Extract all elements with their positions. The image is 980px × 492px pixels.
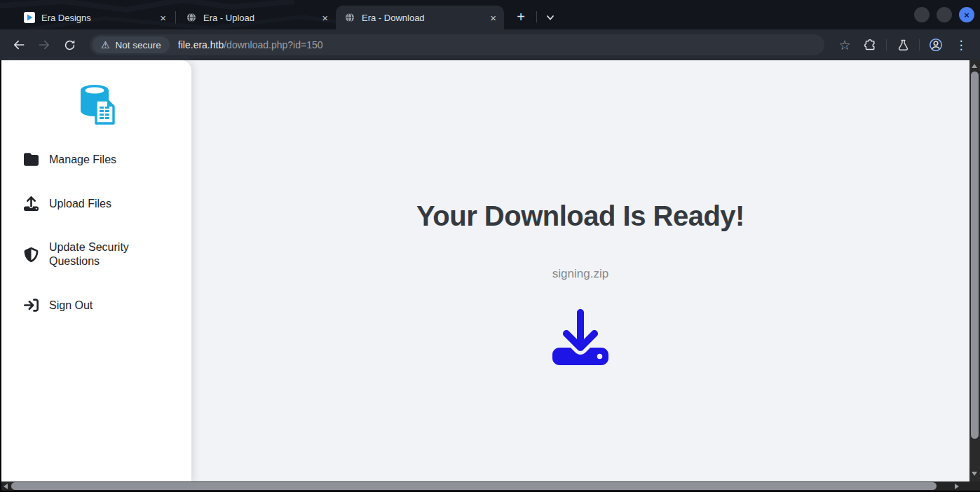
new-tab-button[interactable]: + [511,7,531,27]
security-chip[interactable]: ⚠ Not secure [93,36,170,53]
warning-icon: ⚠ [101,40,110,50]
upload-icon [24,196,39,211]
tab-strip: Era Designs × Era - Upload × Era - Downl… [0,0,980,29]
sidebar-item-upload-files[interactable]: Upload Files [24,196,191,211]
menu-kebab-icon[interactable]: ⋮ [949,33,973,57]
tab-close-icon[interactable]: × [488,13,498,23]
download-filename: signing.zip [191,267,969,281]
sign-out-icon [24,298,39,313]
tab-close-icon[interactable]: × [158,13,168,23]
scroll-left-arrow-icon[interactable] [4,484,8,489]
scroll-up-arrow-icon[interactable] [972,64,977,68]
sidebar: Manage Files Upload Files Update Securit… [1,60,191,481]
security-label: Not secure [116,40,161,50]
reload-button[interactable] [57,33,81,57]
sidebar-item-label: Update Security Questions [49,240,142,268]
download-icon-wrap [191,309,969,368]
scroll-right-arrow-icon[interactable] [955,484,959,489]
main-content: Your Download Is Ready! signing.zip [191,60,969,481]
tab-era-download-active[interactable]: Era - Download × [336,6,504,29]
tab-title: Era - Upload [203,13,313,23]
scroll-down-arrow-icon[interactable] [972,472,977,476]
maximize-button[interactable] [937,7,952,22]
back-button[interactable] [7,33,31,57]
tab-strip-divider [536,11,537,22]
bookmark-star-icon[interactable]: ☆ [833,33,857,57]
forward-button[interactable] [32,33,56,57]
globe-favicon-icon [344,12,355,23]
vertical-scrollbar-thumb[interactable] [971,71,979,439]
download-icon [552,309,608,365]
sidebar-nav: Manage Files Upload Files Update Securit… [1,152,191,313]
address-bar[interactable]: ⚠ Not secure file.era.htb/download.php?i… [90,34,824,55]
tab-era-designs[interactable]: Era Designs × [15,6,174,29]
url-path: /download.php?id=150 [224,39,322,50]
horizontal-scrollbar[interactable] [0,481,980,491]
tab-title: Era - Download [362,13,482,23]
toolbar-divider [886,39,887,50]
page-viewport: Manage Files Upload Files Update Securit… [0,60,980,481]
tab-divider [175,11,176,24]
vertical-scrollbar[interactable] [969,60,980,481]
minimize-button[interactable] [914,7,930,22]
sidebar-item-label: Upload Files [49,197,111,211]
sidebar-item-update-security-questions[interactable]: Update Security Questions [24,240,191,268]
shield-icon [24,247,39,262]
url-text[interactable]: file.era.htb/download.php?id=150 [178,39,323,50]
extensions-icon[interactable] [858,33,882,57]
page-title: Your Download Is Ready! [191,200,969,232]
close-window-button[interactable]: × [959,7,974,22]
profile-avatar-icon[interactable] [924,33,948,57]
sidebar-item-manage-files[interactable]: Manage Files [24,152,191,167]
globe-favicon-icon [186,12,197,23]
horizontal-scrollbar-thumb[interactable] [11,482,937,490]
experiments-flask-icon[interactable] [891,33,915,57]
tab-era-upload[interactable]: Era - Upload × [177,6,336,29]
sidebar-item-label: Sign Out [49,299,93,313]
sidebar-item-label: Manage Files [49,153,116,167]
tab-title: Era Designs [41,13,151,23]
era-designs-favicon-icon [24,12,35,23]
browser-toolbar: ⚠ Not secure file.era.htb/download.php?i… [0,29,980,60]
url-host: file.era.htb [178,39,224,50]
folder-icon [24,152,39,167]
tab-close-icon[interactable]: × [320,13,330,23]
window-controls: × [914,7,980,22]
era-database-logo-icon [76,81,118,125]
sidebar-item-sign-out[interactable]: Sign Out [24,298,191,313]
tab-search-chevron-down-icon[interactable] [545,13,555,22]
toolbar-divider [919,39,920,50]
